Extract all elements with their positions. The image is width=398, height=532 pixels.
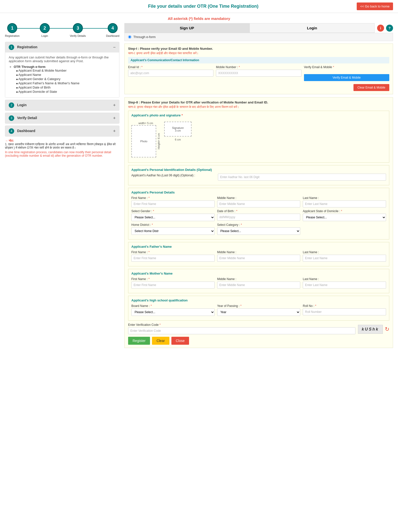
registration-accordion-header[interactable]: 1 Registration − xyxy=(5,42,119,52)
otr-item-2: Applicant Gender & Category xyxy=(16,77,116,81)
register-button[interactable]: Register xyxy=(128,337,150,345)
aadhar-input[interactable] xyxy=(218,174,386,181)
step2-section: Step-II : Please Enter your Details for … xyxy=(124,97,393,348)
tabs-row: Sign UP Login i ? xyxy=(124,23,393,33)
father-last-name-input[interactable] xyxy=(303,255,386,262)
verify-email-mobile-button[interactable]: Verify Email & Mobile xyxy=(304,74,389,81)
otr-item-4: Applicant Date of Birth xyxy=(16,86,116,89)
step-4-circle: 4 xyxy=(108,23,118,33)
eform-radio-input[interactable] xyxy=(128,35,131,39)
step2-hindi: चरण-II: कृपया मोबाइल नंबर और ईमेल आईडी क… xyxy=(128,105,389,109)
note-hindi: 1. एकल अवसरीय पंजीकरण प्रक्रिया के अंतर्… xyxy=(5,143,119,149)
verify-toggle: + xyxy=(113,116,116,121)
otr-item-0: Applicant Email & Mobile Number xyxy=(16,69,116,72)
signature-upload-area[interactable]: Signature 3↕cm xyxy=(164,122,192,137)
district-group: Home District : * Select Home Distr xyxy=(131,223,215,235)
clear-email-mobile-button[interactable]: Clear Email & Mobile xyxy=(353,84,389,91)
left-panel: 1 Registration 2 Login 3 Verify Details … xyxy=(5,23,124,351)
board-group: Board Name : * Please Select... xyxy=(131,304,215,316)
captcha-refresh-icon[interactable]: ↻ xyxy=(385,326,389,333)
photo-upload-area[interactable]: Photo xyxy=(131,125,156,157)
mobile-input[interactable] xyxy=(216,70,301,77)
email-group: Email Id : * xyxy=(128,65,213,81)
category-group: Select Category : * Please Select... xyxy=(217,223,300,235)
category-select[interactable]: Please Select... xyxy=(217,227,300,235)
board-select[interactable]: Please Select... xyxy=(131,308,215,316)
father-first-name-input[interactable] xyxy=(131,255,215,262)
sig-width-label: 6 cm xyxy=(164,138,192,141)
middle-name-input[interactable] xyxy=(217,200,300,207)
otr-item-3: Applicant Father's Name & Mother's Name xyxy=(16,81,116,85)
dob-input[interactable] xyxy=(217,214,300,221)
sig-dims: 3↕cm xyxy=(175,129,181,132)
verify-accordion-header[interactable]: 3 Verify Detail + xyxy=(5,113,119,123)
state-select[interactable]: Please Select... xyxy=(303,214,386,221)
note-section: → नोट: 1. एकल अवसरीय पंजीकरण प्रक्रिया क… xyxy=(5,139,119,157)
verify-title: Verify Detail xyxy=(17,116,37,120)
year-select[interactable]: Year xyxy=(217,308,300,316)
step-2-label: Login xyxy=(41,34,48,37)
verification-code-input[interactable] xyxy=(128,327,355,334)
tab-signup[interactable]: Sign UP xyxy=(124,23,249,33)
step-4-label: Dashboard xyxy=(106,34,119,37)
last-name-input[interactable] xyxy=(303,200,386,207)
bottom-buttons: Register Clear Close xyxy=(128,337,389,345)
close-button[interactable]: Close xyxy=(171,337,189,345)
father-middle-name-input[interactable] xyxy=(217,255,300,262)
dashboard-accordion-header[interactable]: 4 Dashboard + xyxy=(5,126,119,136)
go-home-button[interactable]: << Go back to home xyxy=(357,2,393,10)
mother-last-name-input[interactable] xyxy=(303,282,386,289)
clear-button[interactable]: Clear xyxy=(152,337,169,345)
page-title: File your details under OTR (One Time Re… xyxy=(50,4,357,9)
tab-login[interactable]: Login xyxy=(249,23,375,33)
verification-row: Enter Verification Code * kUShk ↻ xyxy=(128,323,389,334)
header: File your details under OTR (One Time Re… xyxy=(0,0,398,13)
step-2-circle: 2 xyxy=(40,23,50,33)
fathers-name-title: Applicant's Father's Name xyxy=(131,245,386,248)
verify-accordion: 3 Verify Detail + xyxy=(5,113,119,124)
first-name-input[interactable] xyxy=(131,200,215,207)
year-group: Year of Passing : * Year xyxy=(217,304,300,316)
registration-toggle: − xyxy=(113,45,116,50)
right-panel: Sign UP Login i ? Through e-form Step-I … xyxy=(124,23,393,351)
verify-group: Verify Email & Mobile * Verify Email & M… xyxy=(304,65,389,81)
mothers-name-title: Applicant's Mother's Name xyxy=(131,272,386,275)
note-english: In one time registration process, candid… xyxy=(5,150,119,157)
gender-select[interactable]: Please Select... xyxy=(131,214,215,221)
district-select[interactable]: Select Home Distr xyxy=(131,227,215,235)
photo-width-label: width= 5 cm xyxy=(131,122,160,125)
dashboard-title: Dashboard xyxy=(17,129,35,133)
info-icon-button[interactable]: i xyxy=(377,25,384,32)
otr-title: OTR Through e-form xyxy=(14,65,46,69)
dashboard-toggle: + xyxy=(113,129,116,134)
roll-number-input[interactable] xyxy=(303,308,386,315)
school-subsection: Applicant's high school qualification Bo… xyxy=(128,296,389,321)
step1-section: Step-I : Please verify your Email ID and… xyxy=(124,44,393,94)
mother-first-name-input[interactable] xyxy=(131,282,215,289)
photo-sig-title: Applicant's photo and signature * xyxy=(131,113,386,117)
dashboard-num: 4 xyxy=(9,128,14,134)
fathers-name-subsection: Applicant's Father's Name First Name : *… xyxy=(128,242,389,266)
photo-sig-subsection: Applicant's photo and signature * width=… xyxy=(128,111,389,163)
help-icon-button[interactable]: ? xyxy=(386,25,393,32)
middle-name-group: Middle Name : xyxy=(217,196,300,207)
school-title: Applicant's high school qualification xyxy=(131,298,386,302)
registration-accordion: 1 Registration − Any applicant can submi… xyxy=(5,42,119,98)
otr-item-5: Applicant Domicile of State xyxy=(16,90,116,94)
mother-middle-name-input[interactable] xyxy=(217,282,300,289)
sig-label: Signature xyxy=(172,126,184,129)
state-group: Applicant State of Domicile : * Please S… xyxy=(303,209,386,221)
aadhar-group: Applicant's Aadhar No.(Last 06 digit) (O… xyxy=(131,174,215,181)
email-input[interactable] xyxy=(128,70,213,77)
personal-id-title: Applicant's Personal Identification Deta… xyxy=(131,168,386,172)
mobile-group: Mobile Number : * xyxy=(216,65,301,81)
step-1-label: Registration xyxy=(5,34,20,37)
login-num: 2 xyxy=(9,102,14,108)
eform-radio-row: Through e-form xyxy=(124,33,393,41)
photo-height-label: Height= 6 cm xyxy=(157,133,160,149)
step1-hindi: चरण-I: कृपया अपनी ईमेल आईडी और मोबाइल नं… xyxy=(128,51,389,55)
eform-radio-label[interactable]: Through e-form xyxy=(133,35,156,39)
step-3-label: Verify Details xyxy=(70,34,86,37)
login-accordion-header[interactable]: 2 Login + xyxy=(5,100,119,110)
dob-group: Date of Birth : * xyxy=(217,209,300,221)
